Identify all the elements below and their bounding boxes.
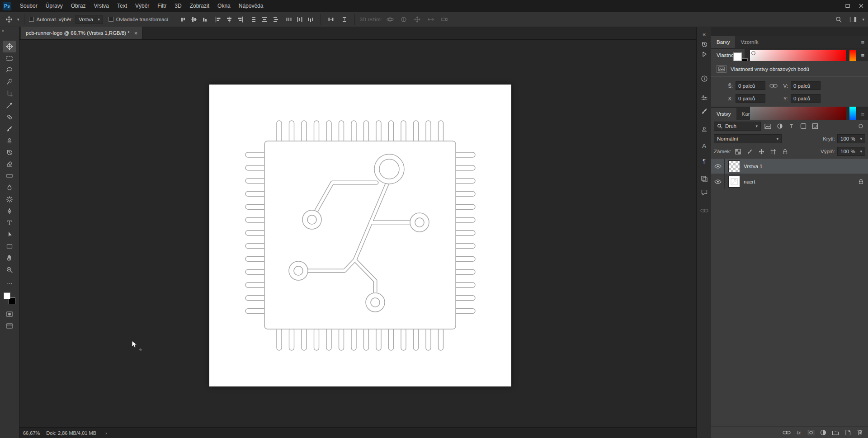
tool-eyedropper[interactable] [3,99,16,111]
tool-rectangular-marquee[interactable] [3,52,16,64]
menu-obraz[interactable]: Obraz [67,0,90,12]
align-bottom-icon[interactable] [199,14,210,25]
adjustment-layer-icon[interactable] [819,428,828,437]
link-dimensions-icon[interactable] [768,84,779,88]
tool-horizontal-type[interactable] [3,217,16,229]
tool-gradient[interactable] [3,170,16,182]
paragraph-panel-icon[interactable]: ¶ [699,156,709,165]
add-mask-icon[interactable] [807,428,816,437]
align-left-icon[interactable] [213,14,224,25]
collapse-panels-icon[interactable]: « [699,30,709,39]
actions-panel-icon[interactable] [699,50,709,59]
layer-style-icon[interactable]: fx [794,428,803,437]
layer-thumbnail[interactable] [728,176,740,188]
distribute-bottom-icon[interactable] [270,14,281,25]
tool-rectangle[interactable] [3,240,16,252]
tab-vzornik[interactable]: Vzorník [735,36,764,48]
filter-shape-layers-icon[interactable] [798,122,808,131]
distribute-spacing-h-icon[interactable] [326,14,336,25]
tool-clone-stamp[interactable] [3,135,16,146]
align-top-icon[interactable] [178,14,189,25]
distribute-spacing-v-icon[interactable] [339,14,350,25]
distribute-middle-icon[interactable] [259,14,270,25]
layer-row-nacrt[interactable]: nacrt [711,174,868,189]
layer-row-vrstva-1[interactable]: Vrstva 1 [711,159,868,174]
notes-panel-icon[interactable] [699,188,709,197]
tool-lasso[interactable] [3,64,16,76]
panel-menu-icon[interactable]: ≡ [857,49,868,61]
tool-dodge[interactable] [3,193,16,205]
history-panel-icon[interactable] [699,40,709,49]
document-canvas[interactable] [209,85,511,386]
menu-upravy[interactable]: Úpravy [42,0,67,12]
brush-settings-panel-icon[interactable] [699,107,709,116]
x-field[interactable]: 0 palců [736,94,765,103]
foreground-color-swatch[interactable] [733,52,742,61]
menu-napoveda[interactable]: Nápověda [235,0,268,12]
edit-toolbar-icon[interactable]: ⋯ [3,278,16,289]
canvas-area[interactable] [19,40,696,427]
workspace-switcher-icon[interactable] [848,14,859,25]
new-layer-icon[interactable] [843,428,852,437]
tab-vrstvy[interactable]: Vrstvy [711,108,736,120]
quick-mask-icon[interactable] [3,308,16,320]
filter-type-layers-icon[interactable]: T [787,122,796,131]
search-icon[interactable] [833,14,844,25]
tool-preset-move-icon[interactable] [4,14,14,25]
tool-history-brush[interactable] [3,146,16,158]
distribute-left-icon[interactable] [283,14,294,25]
lock-position-icon[interactable] [757,147,766,156]
adjustments-panel-icon[interactable] [699,93,709,102]
distribute-right-icon[interactable] [305,14,316,25]
3d-zoom-icon[interactable] [439,14,450,25]
menu-vyber[interactable]: Výběr [131,0,153,12]
fill-dropdown[interactable]: 100 % ▾ [837,147,865,156]
minimize-button[interactable] [827,0,841,12]
align-middle-icon[interactable] [189,14,199,25]
tool-brush[interactable] [3,123,16,135]
maximize-button[interactable] [841,0,854,12]
layer-comps-panel-icon[interactable] [699,174,709,184]
distribute-top-icon[interactable] [248,14,259,25]
auto-select-dropdown[interactable]: Vrstva ▾ [75,15,103,24]
tool-path-selection[interactable] [3,229,16,240]
align-right-icon[interactable] [235,14,245,25]
tool-zoom[interactable] [3,264,16,276]
panel-menu-icon[interactable]: ≡ [857,36,868,48]
close-button[interactable] [854,0,868,12]
status-expand-icon[interactable]: › [105,430,107,436]
visibility-toggle[interactable] [711,159,725,174]
layer-filter-dropdown[interactable]: Druh ▾ [714,122,761,131]
filter-pixel-layers-icon[interactable] [763,122,773,131]
tool-crop[interactable] [3,88,16,99]
width-field[interactable]: 0 palců [736,81,765,90]
tool-hand[interactable] [3,252,16,264]
3d-roll-icon[interactable] [398,14,409,25]
panel-menu-icon[interactable]: ≡ [857,108,868,120]
menu-zobrazit[interactable]: Zobrazit [186,0,213,12]
tool-move[interactable] [3,41,16,52]
clone-source-panel-icon[interactable] [699,125,709,134]
new-group-icon[interactable] [831,428,840,437]
toolbar-collapse-icon[interactable]: » [0,27,19,34]
workspace-caret-icon[interactable]: ▾ [862,17,864,22]
document-tab[interactable]: pcb-runner-logo @ 66,7% (Vrstva 1,RGB/8)… [21,27,142,39]
3d-pan-icon[interactable] [412,14,423,25]
tool-pen[interactable] [3,205,16,217]
lock-all-icon[interactable] [780,147,790,156]
tab-close-icon[interactable]: × [134,30,138,37]
lock-pixels-icon[interactable] [745,147,755,156]
filter-adjustment-layers-icon[interactable] [775,122,784,131]
lock-transparency-icon[interactable] [733,147,743,156]
menu-okna[interactable]: Okna [213,0,235,12]
y-field[interactable]: 0 palců [791,94,821,103]
info-panel-icon[interactable] [699,74,709,83]
tool-quick-selection[interactable] [3,76,16,88]
menu-soubor[interactable]: Soubor [16,0,42,12]
delete-layer-icon[interactable] [855,428,864,437]
transform-controls-checkbox[interactable] [108,17,113,22]
3d-orbit-icon[interactable] [385,14,396,25]
zoom-level-field[interactable]: 66,67% [23,430,40,436]
menu-filtr[interactable]: Filtr [153,0,170,12]
3d-slide-icon[interactable] [425,14,436,25]
